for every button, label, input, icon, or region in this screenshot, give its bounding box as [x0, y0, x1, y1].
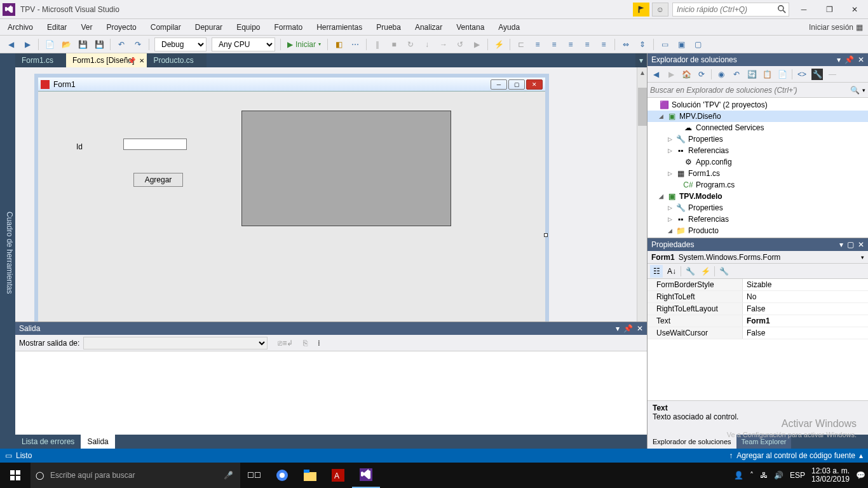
nav-forward-button[interactable]: ▶: [20, 37, 34, 51]
prop-row[interactable]: RightToLeftNo: [648, 291, 868, 303]
debug-stepin[interactable]: ↓: [420, 37, 434, 51]
pin-icon[interactable]: 📌: [128, 57, 135, 64]
props-close-icon[interactable]: ✕: [858, 240, 864, 249]
output-goto-btn[interactable]: ⎘: [303, 339, 308, 348]
menu-ventana[interactable]: Ventana: [454, 22, 487, 33]
node-connected-services[interactable]: ☁Connected Services: [648, 122, 868, 133]
tray-network-icon[interactable]: 🖧: [760, 471, 768, 480]
tool-btn-1[interactable]: ◧: [332, 37, 346, 51]
sx-pin-icon[interactable]: 📌: [844, 55, 854, 64]
taskbar-clock[interactable]: 12:03 a. m. 13/02/2019: [811, 467, 850, 484]
source-control-label[interactable]: Agregar al control de código fuente: [736, 451, 855, 460]
output-stop-btn[interactable]: ⁞: [318, 339, 320, 348]
explorer-icon[interactable]: [296, 463, 324, 488]
align-right-btn[interactable]: ≡: [547, 37, 561, 51]
new-project-button[interactable]: 📄: [43, 37, 57, 51]
prop-value[interactable]: False: [743, 303, 868, 315]
menu-compilar[interactable]: Compilar: [148, 22, 184, 33]
spacing-h-btn[interactable]: ⇔: [619, 37, 633, 51]
taskbar-search[interactable]: ◯ Escribe aquí para buscar 🎤: [31, 463, 240, 488]
menu-ayuda[interactable]: Ayuda: [496, 22, 522, 33]
close-button[interactable]: ✕: [844, 3, 865, 17]
size-btn[interactable]: ▭: [658, 37, 672, 51]
debug-stepout[interactable]: →: [437, 37, 451, 51]
output-toggle-btn[interactable]: ≡: [282, 339, 287, 348]
undo-button[interactable]: ↶: [114, 37, 128, 51]
panel-dropdown-icon[interactable]: ▾: [616, 324, 620, 333]
tab-solution-explorer[interactable]: Explorador de soluciones: [648, 435, 736, 449]
node-producto-folder[interactable]: ◢📁Producto: [648, 225, 868, 236]
mic-icon[interactable]: 🎤: [224, 471, 235, 480]
solution-tree[interactable]: 🟪Solución 'TPV' (2 proyectos) ◢▣MPV.Dise…: [648, 98, 868, 238]
tray-people-icon[interactable]: 👤: [734, 471, 743, 480]
start-button[interactable]: [0, 463, 31, 488]
align-top-btn[interactable]: ≡: [564, 37, 578, 51]
debug-pause[interactable]: ‖: [370, 37, 384, 51]
output-wrap-btn[interactable]: ↲: [287, 339, 293, 348]
resize-handle-right[interactable]: [544, 233, 548, 237]
button-agregar[interactable]: Agregar: [133, 173, 183, 187]
menu-depurar[interactable]: Depurar: [193, 22, 225, 33]
menu-archivo[interactable]: Archivo: [5, 22, 36, 33]
config-dropdown[interactable]: Debug: [154, 37, 207, 51]
props-object-selector[interactable]: Form1 System.Windows.Forms.Form ▾: [648, 251, 868, 264]
debug-stepover[interactable]: ↻: [403, 37, 417, 51]
tray-volume-icon[interactable]: 🔊: [774, 471, 783, 480]
props-dropdown-icon[interactable]: ▾: [839, 240, 843, 249]
sln-root[interactable]: 🟪Solución 'TPV' (2 proyectos): [648, 99, 868, 111]
align-center-btn[interactable]: ≡: [531, 37, 545, 51]
prop-row-text[interactable]: TextForm1: [648, 315, 868, 327]
props-window-icon[interactable]: ▢: [847, 240, 854, 249]
open-file-button[interactable]: 📂: [59, 37, 73, 51]
sx-scope-icon[interactable]: ◉: [715, 69, 727, 80]
feedback-button[interactable]: ☺: [652, 3, 668, 17]
sx-sync-icon[interactable]: ⟳: [696, 69, 707, 80]
minimize-button[interactable]: ─: [793, 3, 815, 17]
save-button[interactable]: 💾: [76, 37, 90, 51]
visualstudio-taskbar-icon[interactable]: [352, 463, 380, 488]
menu-proyecto[interactable]: Proyecto: [104, 22, 139, 33]
tab-team-explorer[interactable]: Team Explorer: [736, 435, 792, 449]
bring-front-btn[interactable]: ▣: [674, 37, 688, 51]
node-properties-1[interactable]: ▷🔧Properties: [648, 133, 868, 145]
props-header[interactable]: Propiedades ▾ ▢ ✕: [648, 238, 868, 251]
sx-code-icon[interactable]: <>: [796, 69, 808, 80]
acrobat-icon[interactable]: A: [324, 463, 352, 488]
node-properties-2[interactable]: ▷🔧Properties: [648, 202, 868, 214]
align-bottom-btn[interactable]: ≡: [597, 37, 611, 51]
project-mpv-diseno[interactable]: ◢▣MPV.Diseño: [648, 111, 868, 122]
sx-copy-icon[interactable]: 📄: [776, 69, 788, 80]
prop-row[interactable]: FormBorderStyleSizable: [648, 279, 868, 291]
sx-properties-icon[interactable]: 🔧: [811, 69, 823, 80]
search-icon[interactable]: [775, 5, 789, 13]
designer-surface[interactable]: Form1 ─ ▢ ✕ Id Agregar ▴: [15, 67, 647, 322]
node-app-config[interactable]: ⚙App.config: [648, 156, 868, 168]
tabs-overflow[interactable]: ▾: [635, 53, 647, 67]
send-back-btn[interactable]: ▢: [691, 37, 705, 51]
sx-home-icon[interactable]: 🏠: [681, 69, 692, 80]
tray-lang-icon[interactable]: ESP: [790, 471, 805, 480]
output-source-dropdown[interactable]: [83, 337, 268, 349]
signin-link[interactable]: Iniciar sesión ▦: [809, 23, 863, 32]
align-middle-btn[interactable]: ≡: [580, 37, 594, 51]
sx-dropdown-icon[interactable]: ▾: [837, 55, 841, 64]
prop-value[interactable]: No: [743, 291, 868, 302]
props-events-icon[interactable]: ⚡: [699, 265, 712, 278]
chevron-down-icon[interactable]: ▾: [861, 254, 864, 261]
chevron-up-icon[interactable]: ▴: [859, 451, 863, 460]
props-categorized-icon[interactable]: ☷: [650, 265, 663, 278]
notification-flag[interactable]: [633, 3, 649, 17]
debug-stop[interactable]: ■: [387, 37, 401, 51]
menu-herramientas[interactable]: Herramientas: [314, 22, 365, 33]
sx-fwd-icon[interactable]: ▶: [665, 69, 677, 80]
nav-back-button[interactable]: ◀: [4, 37, 18, 51]
node-programcs[interactable]: C#Program.cs: [648, 179, 868, 191]
scroll-up-icon[interactable]: ▴: [637, 67, 647, 78]
sx-close-icon[interactable]: ✕: [858, 55, 864, 64]
panel-close-icon[interactable]: ✕: [637, 324, 643, 333]
panel-pin-icon[interactable]: 📌: [623, 324, 633, 333]
tab-salida[interactable]: Salida: [81, 435, 114, 449]
tool-more[interactable]: ⚡: [492, 37, 506, 51]
sx-refresh-icon[interactable]: 🔄: [746, 69, 757, 80]
tray-up-icon[interactable]: ˄: [750, 471, 754, 480]
